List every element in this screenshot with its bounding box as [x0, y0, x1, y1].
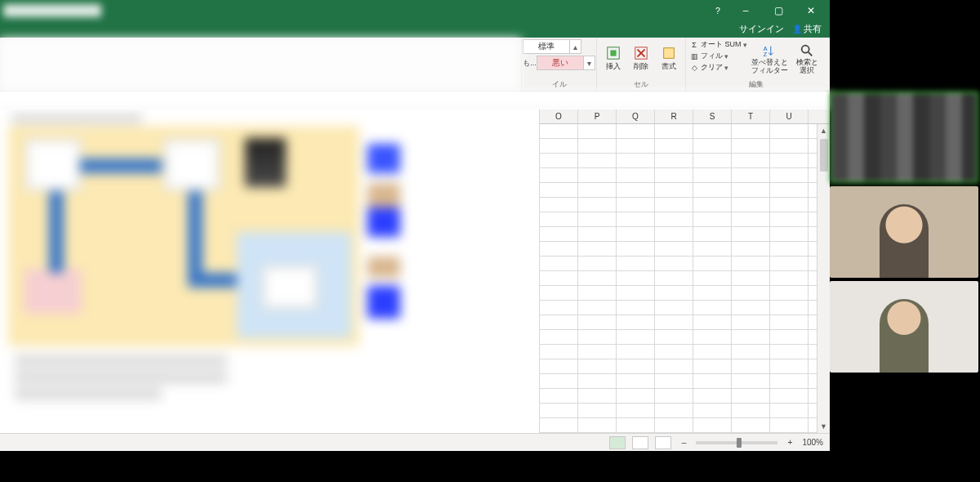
status-bar: – + 100% — [0, 433, 830, 451]
fill-down-icon: ▥ — [689, 51, 699, 61]
autosum-button[interactable]: Σ オート SUM ▾ — [689, 39, 748, 50]
col-header[interactable]: T — [732, 109, 770, 123]
cell-style-bad[interactable]: 悪い — [537, 56, 584, 70]
view-page-break-button[interactable] — [655, 436, 671, 449]
auth-row: サインイン 共有 — [0, 21, 830, 38]
zoom-out-button[interactable]: – — [678, 438, 689, 447]
video-tile-participant-2[interactable] — [830, 281, 978, 373]
col-header[interactable]: U — [770, 109, 808, 123]
ribbon-options-icon[interactable]: ? — [709, 6, 727, 16]
zoom-slider[interactable] — [696, 441, 777, 444]
ribbon-group-label-cells: セル — [634, 79, 648, 91]
video-call-sidebar — [830, 0, 980, 384]
svg-line-9 — [808, 51, 813, 56]
sort-filter-button[interactable]: AZ 並べ替えと フィルター — [750, 39, 789, 78]
magnifier-icon — [800, 43, 814, 58]
ribbon-group-label-editing: 編集 — [749, 79, 764, 91]
col-header[interactable]: S — [693, 109, 732, 123]
svg-point-8 — [802, 45, 809, 52]
cell-style-scroll-down[interactable]: ▾ — [584, 56, 595, 70]
format-button[interactable]: 書式 — [656, 39, 682, 78]
delete-button[interactable]: 削除 — [628, 39, 654, 78]
find-select-button[interactable]: 検索と 選択 — [791, 39, 823, 78]
ribbon-group-editing: Σ オート SUM ▾ ▥ フィル ▾ ◇ クリア ▾ AZ 並べ替えと フィル… — [685, 38, 830, 91]
title-text-blurred — [3, 4, 101, 17]
scroll-up-icon[interactable]: ▲ — [817, 124, 830, 137]
col-header[interactable]: P — [578, 109, 617, 123]
maximize-button[interactable]: ▢ — [763, 2, 794, 20]
view-page-layout-button[interactable] — [632, 436, 648, 449]
ribbon-group-cells: 挿入 削除 書式 セル — [596, 38, 685, 91]
col-header[interactable]: R — [655, 109, 693, 123]
cell-style-neutral-prefix: も... — [523, 58, 537, 69]
ribbon: 標準 ▴ も... 悪い ▾ イル 挿入 削除 — [0, 38, 830, 91]
share-button[interactable]: 共有 — [792, 24, 822, 35]
view-normal-button[interactable] — [609, 436, 626, 449]
scroll-thumb[interactable] — [820, 139, 828, 172]
zoom-level-label[interactable]: 100% — [802, 438, 823, 447]
sigma-icon: Σ — [689, 40, 699, 50]
svg-rect-5 — [664, 48, 675, 59]
worksheet-area: O P Q R S T U ▲ ▼ — [0, 109, 830, 433]
col-header[interactable]: Q — [617, 109, 655, 123]
eraser-icon: ◇ — [689, 63, 699, 73]
ribbon-group-styles: 標準 ▴ も... 悪い ▾ イル — [521, 38, 596, 91]
video-tile-active[interactable] — [830, 91, 978, 183]
sort-filter-icon: AZ — [762, 43, 777, 58]
insert-button[interactable]: 挿入 — [600, 39, 626, 78]
format-cells-icon — [662, 46, 676, 60]
excel-window: ? – ▢ ✕ サインイン 共有 標準 ▴ も... 悪い ▾ — [0, 0, 830, 451]
title-bar: ? – ▢ ✕ — [0, 0, 830, 21]
zoom-in-button[interactable]: + — [784, 438, 795, 447]
signin-link[interactable]: サインイン — [739, 24, 784, 35]
svg-rect-1 — [610, 50, 616, 56]
column-headers: O P Q R S T U — [540, 109, 830, 124]
video-tile-participant-1[interactable] — [830, 186, 978, 278]
col-header[interactable]: O — [540, 109, 578, 123]
clear-button[interactable]: ◇ クリア ▾ — [689, 62, 748, 73]
worksheet-content-blurred — [0, 109, 539, 433]
minimize-button[interactable]: – — [730, 2, 761, 20]
close-button[interactable]: ✕ — [795, 2, 826, 20]
scroll-down-icon[interactable]: ▼ — [817, 420, 830, 433]
formula-bar-blurred — [0, 91, 830, 109]
ribbon-blurred-left — [0, 38, 521, 91]
cell-style-normal[interactable]: 標準 — [523, 39, 570, 54]
fill-button[interactable]: ▥ フィル ▾ — [689, 51, 748, 61]
insert-cells-icon — [606, 46, 621, 60]
vertical-scrollbar[interactable]: ▲ ▼ — [817, 124, 830, 433]
svg-text:Z: Z — [764, 51, 768, 58]
cells-grid[interactable] — [540, 124, 830, 433]
ribbon-group-label-style: イル — [552, 79, 567, 91]
grid-pane[interactable]: O P Q R S T U ▲ ▼ — [539, 109, 830, 433]
delete-cells-icon — [634, 46, 648, 60]
cell-style-scroll-up[interactable]: ▴ — [570, 39, 581, 54]
